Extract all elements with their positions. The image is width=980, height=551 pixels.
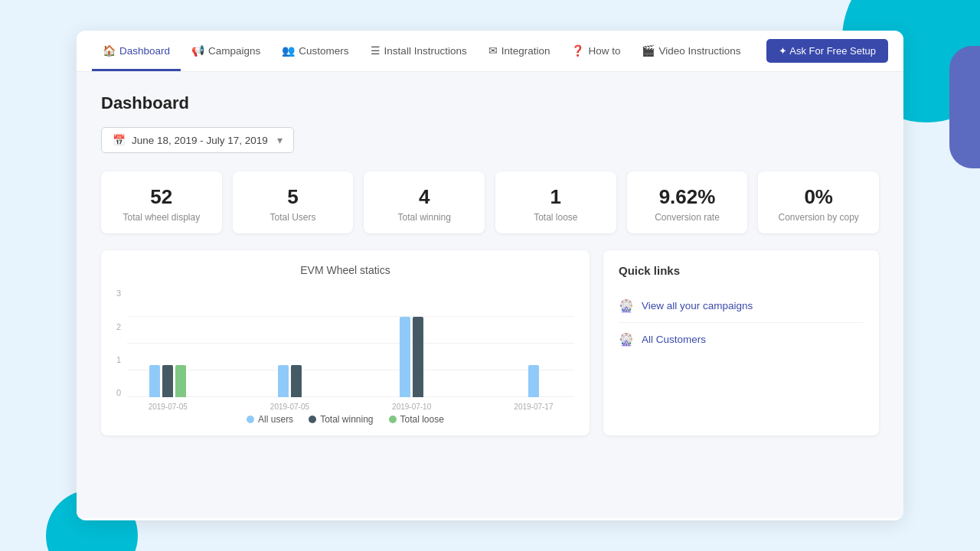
nav-label-howto: How to bbox=[588, 45, 620, 57]
stat-card-conversion-copy: 0% Conversion by copy bbox=[758, 171, 879, 233]
y-label-1: 1 bbox=[116, 355, 121, 364]
legend-label-blue: All users bbox=[258, 414, 293, 425]
legend-total-loose: Total loose bbox=[389, 414, 444, 425]
nav-label-install: Install Instructions bbox=[384, 45, 467, 57]
x-label-4: 2019-07-17 bbox=[514, 403, 553, 411]
bar-green-1 bbox=[175, 365, 186, 397]
y-label-0: 0 bbox=[116, 388, 121, 397]
quick-links-title: Quick links bbox=[619, 264, 864, 277]
page-content: Dashboard 📅 June 18, 2019 - July 17, 201… bbox=[77, 72, 903, 518]
bar-dark-3 bbox=[413, 317, 423, 397]
nav-label-video: Video Instructions bbox=[658, 45, 740, 57]
stat-label-wheel-display: Total wheel display bbox=[110, 212, 213, 223]
bg-decoration-right bbox=[949, 46, 980, 168]
dashboard-icon: 🏠 bbox=[103, 44, 116, 57]
legend-all-users: All users bbox=[247, 414, 293, 425]
integration-icon: ✉ bbox=[488, 44, 498, 57]
x-label-3: 2019-07-10 bbox=[392, 403, 431, 411]
bar-group-3: 2019-07-10 bbox=[371, 317, 452, 411]
nav-item-dashboard[interactable]: 🏠 Dashboard bbox=[92, 31, 181, 71]
nav-label-integration: Integration bbox=[501, 45, 550, 57]
stat-value-users: 5 bbox=[242, 185, 345, 209]
legend-dot-green bbox=[389, 416, 397, 423]
bar-blue-3 bbox=[400, 317, 410, 397]
nav-item-campaigns[interactable]: 📢 Campaigns bbox=[181, 31, 271, 71]
nav-item-customers[interactable]: 👥 Customers bbox=[271, 31, 359, 71]
chart-title: EVM Wheel statics bbox=[116, 264, 574, 276]
video-icon: 🎬 bbox=[642, 44, 655, 57]
nav-item-install[interactable]: ☰ Install Instructions bbox=[360, 31, 478, 71]
bar-group-4: 2019-07-17 bbox=[493, 365, 574, 411]
quick-link-campaigns-label: View all your campaigns bbox=[642, 300, 753, 311]
gridline-2 bbox=[127, 343, 574, 344]
quick-link-customers[interactable]: 🎡 All Customers bbox=[619, 323, 864, 356]
nav-label-customers: Customers bbox=[299, 45, 348, 57]
caret-down-icon: ▾ bbox=[277, 134, 283, 146]
stat-card-conversion-rate: 9.62% Conversion rate bbox=[627, 171, 748, 233]
bar-group-1: 2019-07-05 bbox=[127, 365, 208, 411]
stat-value-conversion-copy: 0% bbox=[767, 185, 870, 209]
chart-area: 3 2 1 0 bbox=[116, 289, 574, 411]
stat-value-conversion-rate: 9.62% bbox=[636, 185, 739, 209]
bar-blue-4 bbox=[528, 365, 539, 397]
chart-bars-container: 2019-07-05 2019-07-05 bbox=[127, 317, 574, 411]
stats-row: 52 Total wheel display 5 Total Users 4 T… bbox=[101, 171, 879, 233]
stat-value-wheel-display: 52 bbox=[110, 185, 213, 209]
nav-bar: 🏠 Dashboard 📢 Campaigns 👥 Customers ☰ In… bbox=[77, 31, 903, 72]
main-card: 🏠 Dashboard 📢 Campaigns 👥 Customers ☰ In… bbox=[77, 31, 903, 520]
ask-setup-button[interactable]: ✦ Ask For Free Setup bbox=[766, 39, 888, 63]
date-range-picker[interactable]: 📅 June 18, 2019 - July 17, 2019 ▾ bbox=[101, 127, 294, 153]
bottom-row: EVM Wheel statics 3 2 1 0 bbox=[101, 250, 879, 435]
chart-plot: 2019-07-05 2019-07-05 bbox=[127, 317, 574, 411]
x-label-1: 2019-07-05 bbox=[149, 403, 188, 411]
date-range-label: June 18, 2019 - July 17, 2019 bbox=[132, 135, 268, 146]
quick-link-campaigns-icon: 🎡 bbox=[619, 298, 634, 313]
legend-total-winning: Total winning bbox=[309, 414, 373, 425]
stat-card-loose: 1 Total loose bbox=[495, 171, 616, 233]
legend-dot-blue bbox=[247, 416, 254, 423]
install-icon: ☰ bbox=[371, 44, 381, 57]
nav-item-howto[interactable]: ❓ How to bbox=[560, 31, 631, 71]
quick-link-customers-icon: 🎡 bbox=[619, 332, 634, 347]
chart-y-labels: 3 2 1 0 bbox=[116, 289, 121, 411]
legend-label-green: Total loose bbox=[400, 414, 444, 425]
quick-link-campaigns[interactable]: 🎡 View all your campaigns bbox=[619, 289, 864, 323]
stat-label-conversion-rate: Conversion rate bbox=[636, 212, 739, 223]
quick-link-customers-label: All Customers bbox=[642, 334, 706, 345]
stat-value-winning: 4 bbox=[373, 185, 475, 209]
quick-links-card: Quick links 🎡 View all your campaigns 🎡 … bbox=[603, 250, 879, 435]
nav-label-dashboard: Dashboard bbox=[119, 45, 170, 57]
bar-blue-2 bbox=[278, 365, 289, 397]
legend-label-dark: Total winning bbox=[320, 414, 373, 425]
stat-label-loose: Total loose bbox=[505, 212, 607, 223]
stat-card-wheel-display: 52 Total wheel display bbox=[101, 171, 222, 233]
page-title: Dashboard bbox=[101, 93, 879, 113]
calendar-icon: 📅 bbox=[113, 134, 126, 146]
gridline-3 bbox=[127, 316, 574, 317]
campaigns-icon: 📢 bbox=[191, 44, 204, 57]
stat-value-loose: 1 bbox=[505, 185, 607, 209]
nav-label-campaigns: Campaigns bbox=[208, 45, 260, 57]
chart-legend: All users Total winning Total loose bbox=[116, 414, 574, 425]
legend-dot-dark bbox=[309, 416, 316, 423]
bar-dark-2 bbox=[291, 365, 302, 397]
chart-card: EVM Wheel statics 3 2 1 0 bbox=[101, 250, 590, 435]
stat-label-conversion-copy: Conversion by copy bbox=[767, 212, 870, 223]
y-label-2: 2 bbox=[116, 322, 121, 331]
stat-card-users: 5 Total Users bbox=[233, 171, 354, 233]
stat-label-winning: Total winning bbox=[373, 212, 475, 223]
bar-blue-1 bbox=[149, 365, 160, 397]
customers-icon: 👥 bbox=[282, 44, 295, 57]
stat-card-winning: 4 Total winning bbox=[364, 171, 485, 233]
y-label-3: 3 bbox=[116, 289, 121, 298]
nav-item-video[interactable]: 🎬 Video Instructions bbox=[631, 31, 751, 71]
ask-setup-label: ✦ Ask For Free Setup bbox=[779, 45, 876, 57]
nav-item-integration[interactable]: ✉ Integration bbox=[478, 31, 561, 71]
bar-dark-1 bbox=[162, 365, 173, 397]
x-label-2: 2019-07-05 bbox=[270, 403, 309, 411]
howto-icon: ❓ bbox=[571, 44, 584, 57]
stat-label-users: Total Users bbox=[242, 212, 345, 223]
bar-group-2: 2019-07-05 bbox=[249, 365, 330, 411]
